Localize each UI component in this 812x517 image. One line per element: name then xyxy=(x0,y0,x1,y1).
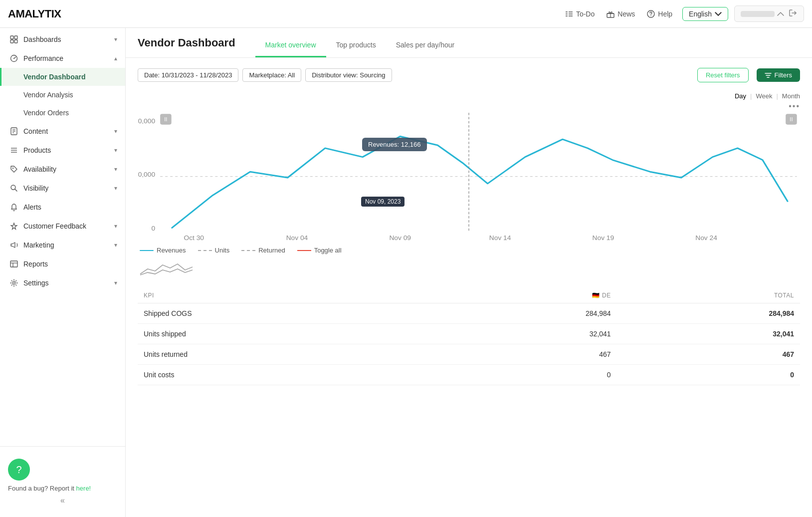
filter-icon xyxy=(765,72,772,79)
mini-chart xyxy=(138,260,800,280)
de-cell: 467 xyxy=(433,344,616,365)
sidebar-item-settings[interactable]: Settings ▾ xyxy=(0,273,125,292)
kpi-cell: Units returned xyxy=(138,344,433,365)
total-header: TOTAL xyxy=(617,288,800,303)
page-header: Vendor Dashboard Market overview Top pro… xyxy=(126,28,812,58)
star-icon xyxy=(9,222,18,231)
todo-label: To-Do xyxy=(576,10,595,18)
sidebar-item-visibility[interactable]: Visibility ▾ xyxy=(0,179,125,198)
kpi-cell: Unit costs xyxy=(138,365,433,385)
legend-returned[interactable]: Returned xyxy=(241,247,285,254)
file-icon xyxy=(9,127,18,136)
marketing-label: Marketing xyxy=(23,241,109,249)
sidebar-item-customer-feedback[interactable]: Customer Feedback ▾ xyxy=(0,217,125,236)
reset-filters-button[interactable]: Reset filters xyxy=(697,68,749,82)
chevron-down-icon: ▾ xyxy=(114,147,117,154)
gear-icon xyxy=(9,278,18,287)
filters-button[interactable]: Filters xyxy=(757,68,800,82)
legend-revenues[interactable]: Revenues xyxy=(140,247,186,254)
language-selector[interactable]: English xyxy=(682,7,728,21)
filter-bar: Date: 10/31/2023 - 11/28/2023 Marketplac… xyxy=(138,68,800,82)
tab-sales-per-day[interactable]: Sales per day/hour xyxy=(386,36,465,57)
topbar-nav: To-Do News Help xyxy=(565,10,672,18)
month-range-button[interactable]: Month xyxy=(782,92,800,100)
news-nav-item[interactable]: News xyxy=(607,10,635,18)
kpi-table: KPI 🇩🇪 DE TOTAL Shipped COGS 284,9 xyxy=(138,288,800,385)
date-filter-chip[interactable]: Date: 10/31/2023 - 11/28/2023 xyxy=(138,68,238,82)
returned-legend-label: Returned xyxy=(258,247,285,254)
de-flag: 🇩🇪 xyxy=(592,292,600,299)
chevron-down-icon: ▾ xyxy=(114,242,117,249)
svg-rect-12 xyxy=(10,36,13,39)
svg-text:Nov 04: Nov 04 xyxy=(286,235,308,242)
reports-label: Reports xyxy=(23,260,117,268)
sidebar-item-marketing[interactable]: Marketing ▾ xyxy=(0,236,125,255)
svg-text:Nov 14: Nov 14 xyxy=(489,235,511,242)
table-row: Units returned 467 467 xyxy=(138,344,800,365)
units-line xyxy=(198,250,212,251)
grid-icon xyxy=(9,35,18,44)
sidebar-item-dashboards[interactable]: Dashboards ▾ xyxy=(0,30,125,49)
svg-text:II: II xyxy=(164,116,167,122)
legend-toggle-all[interactable]: Toggle all xyxy=(297,247,342,254)
sidebar-item-vendor-dashboard[interactable]: Vendor Dashboard xyxy=(0,68,125,86)
mini-chart-svg xyxy=(138,260,198,278)
list-icon xyxy=(9,146,18,155)
todo-nav-item[interactable]: To-Do xyxy=(565,10,595,18)
vendor-analysis-label: Vendor Analysis xyxy=(23,91,117,99)
tab-market-overview[interactable]: Market overview xyxy=(255,36,326,57)
bug-link[interactable]: here! xyxy=(76,485,91,492)
user-placeholder xyxy=(741,11,775,17)
logout-icon xyxy=(789,8,798,17)
sidebar-item-performance[interactable]: Performance ▴ xyxy=(0,49,125,68)
help-label: Help xyxy=(658,10,672,18)
svg-text:Nov 24: Nov 24 xyxy=(695,235,717,242)
de-header: 🇩🇪 DE xyxy=(433,288,616,303)
svg-line-27 xyxy=(15,189,17,191)
availability-label: Availability xyxy=(23,165,109,173)
page-tabs: Market overview Top products Sales per d… xyxy=(255,36,465,57)
sidebar-item-content[interactable]: Content ▾ xyxy=(0,122,125,141)
marketplace-filter-chip[interactable]: Marketplace: All xyxy=(242,68,301,82)
chevron-down-icon: ▾ xyxy=(114,279,117,286)
de-cell: 32,041 xyxy=(433,324,616,344)
sidebar-item-products[interactable]: Products ▾ xyxy=(0,141,125,160)
svg-text:20,000: 20,000 xyxy=(138,118,155,125)
language-label: English xyxy=(689,10,712,18)
table-icon xyxy=(9,259,18,268)
week-range-button[interactable]: Week xyxy=(756,92,772,100)
logout-button[interactable] xyxy=(789,8,798,19)
svg-text:10,000: 10,000 xyxy=(138,171,155,178)
svg-text:Oct 30: Oct 30 xyxy=(184,235,204,242)
todo-icon xyxy=(565,10,573,18)
svg-point-25 xyxy=(12,168,13,169)
sidebar-item-vendor-analysis[interactable]: Vendor Analysis xyxy=(0,86,125,104)
sidebar-item-reports[interactable]: Reports xyxy=(0,255,125,273)
svg-text:Nov 09: Nov 09 xyxy=(389,235,411,242)
bug-report-button[interactable]: ? xyxy=(8,459,30,481)
revenue-chart: 20,000 10,000 0 II II Oct 30 N xyxy=(138,113,800,243)
user-area xyxy=(734,5,804,22)
page-title: Vendor Dashboard xyxy=(138,36,235,57)
day-range-button[interactable]: Day xyxy=(735,92,746,100)
topbar: AMALYTIX To-Do News Help English xyxy=(0,0,812,28)
tab-top-products[interactable]: Top products xyxy=(326,36,386,57)
sidebar-item-vendor-orders[interactable]: Vendor Orders xyxy=(0,104,125,122)
content-label: Content xyxy=(23,127,109,135)
sidebar-collapse-button[interactable]: « xyxy=(8,492,117,509)
total-cell: 467 xyxy=(617,344,800,365)
distributor-filter-chip[interactable]: Distributor view: Sourcing xyxy=(305,68,392,82)
app-logo: AMALYTIX xyxy=(8,7,61,20)
returned-line xyxy=(241,250,255,251)
svg-text:II: II xyxy=(790,116,793,122)
time-range-selector: Day | Week | Month xyxy=(138,92,800,100)
sidebar-item-availability[interactable]: Availability ▾ xyxy=(0,160,125,179)
chart-options-button[interactable]: ••• xyxy=(138,102,800,111)
sidebar-item-alerts[interactable]: Alerts xyxy=(0,198,125,217)
legend-units[interactable]: Units xyxy=(198,247,230,254)
svg-point-17 xyxy=(13,58,14,59)
table-row: Unit costs 0 0 xyxy=(138,365,800,385)
help-nav-item[interactable]: Help xyxy=(647,10,672,18)
vendor-dashboard-label: Vendor Dashboard xyxy=(23,73,117,81)
svg-text:0: 0 xyxy=(151,225,155,233)
